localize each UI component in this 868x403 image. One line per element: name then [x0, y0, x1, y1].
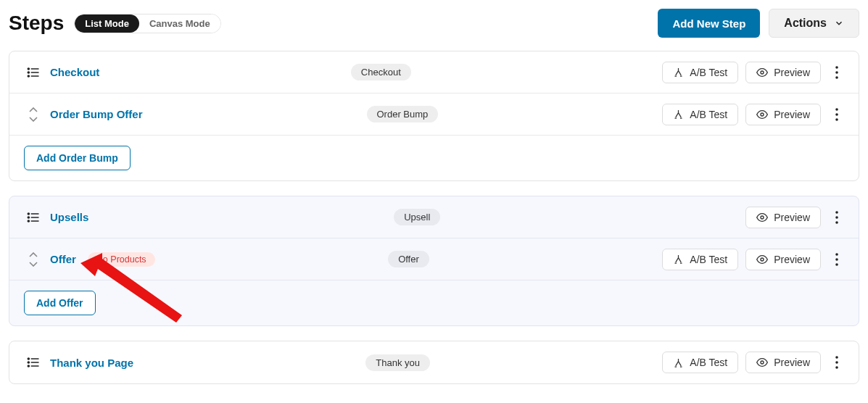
chevron-down-icon	[834, 18, 844, 28]
ab-test-button[interactable]: A/B Test	[662, 249, 738, 270]
preview-button[interactable]: Preview	[745, 249, 821, 270]
svg-point-27	[835, 263, 838, 266]
step-row: Order Bump Offer Order Bump A/B Test Pre…	[9, 94, 859, 136]
svg-point-24	[761, 258, 764, 261]
step-tag: Checkout	[351, 64, 411, 80]
kebab-icon	[835, 66, 838, 79]
svg-point-9	[835, 76, 838, 79]
svg-point-36	[835, 356, 838, 359]
step-tag: Order Bump	[367, 106, 439, 122]
svg-point-6	[761, 71, 764, 74]
row-center: Order Bump	[143, 106, 663, 122]
row-center: Thank you	[133, 354, 662, 371]
step-group-thankyou: Thank you Page Thank you A/B Test Previe…	[9, 341, 859, 384]
row-actions: Preview	[745, 207, 846, 228]
svg-point-13	[835, 118, 838, 121]
ab-test-button[interactable]: A/B Test	[662, 62, 738, 83]
header-left: Steps List Mode Canvas Mode	[9, 12, 221, 35]
step-tag: Offer	[388, 251, 429, 267]
split-icon	[673, 357, 684, 368]
eye-icon	[756, 109, 768, 120]
eye-icon	[756, 357, 768, 368]
chevron-down-icon	[29, 116, 38, 122]
row-actions: A/B Test Preview	[662, 249, 846, 270]
more-menu-button[interactable]	[828, 64, 846, 81]
chevron-up-icon	[29, 107, 38, 113]
page-header: Steps List Mode Canvas Mode Add New Step…	[9, 9, 859, 38]
svg-point-38	[835, 366, 838, 369]
step-tag: Upsell	[394, 209, 440, 225]
svg-point-20	[761, 216, 764, 219]
list-icon	[22, 210, 44, 225]
kebab-icon	[835, 211, 838, 224]
add-order-bump-button[interactable]: Add Order Bump	[24, 146, 131, 170]
step-row: Upsells Upsell Preview	[9, 196, 859, 238]
svg-point-5	[28, 75, 29, 77]
svg-point-8	[835, 71, 838, 74]
svg-point-37	[835, 361, 838, 364]
list-icon	[22, 65, 44, 80]
page-title: Steps	[9, 12, 64, 35]
group-footer: Add Offer	[9, 281, 859, 325]
step-link-checkout[interactable]: Checkout	[50, 66, 99, 78]
svg-point-21	[835, 211, 838, 214]
split-icon	[673, 254, 684, 265]
mode-list-button[interactable]: List Mode	[75, 14, 139, 33]
svg-point-23	[835, 221, 838, 224]
preview-button[interactable]: Preview	[745, 207, 821, 228]
step-link-upsells[interactable]: Upsells	[50, 211, 88, 223]
header-right: Add New Step Actions	[658, 9, 859, 38]
step-link-thankyou[interactable]: Thank you Page	[50, 357, 133, 369]
preview-button[interactable]: Preview	[745, 62, 821, 83]
add-new-step-button[interactable]: Add New Step	[658, 9, 760, 38]
row-actions: A/B Test Preview	[662, 352, 846, 373]
eye-icon	[756, 67, 768, 78]
list-icon	[22, 355, 44, 370]
more-menu-button[interactable]	[828, 209, 846, 226]
mode-canvas-button[interactable]: Canvas Mode	[139, 14, 220, 33]
svg-point-3	[28, 68, 29, 70]
step-link-offer[interactable]: Offer	[50, 253, 76, 265]
actions-button[interactable]: Actions	[769, 9, 859, 38]
svg-point-12	[835, 113, 838, 116]
svg-point-19	[28, 220, 29, 222]
svg-point-34	[28, 365, 29, 367]
step-group-upsells: Upsells Upsell Preview Offer No Products…	[9, 196, 859, 326]
svg-point-26	[835, 258, 838, 261]
ab-test-button[interactable]: A/B Test	[662, 352, 738, 373]
kebab-icon	[835, 253, 838, 266]
split-icon	[673, 109, 684, 120]
more-menu-button[interactable]	[828, 106, 846, 123]
sort-handle[interactable]	[22, 252, 44, 267]
eye-icon	[756, 212, 768, 223]
svg-point-10	[761, 113, 764, 116]
mode-toggle: List Mode Canvas Mode	[74, 14, 220, 33]
preview-button[interactable]: Preview	[745, 104, 821, 125]
chevron-up-icon	[29, 252, 38, 258]
svg-point-25	[835, 253, 838, 256]
eye-icon	[756, 254, 768, 265]
sort-handle[interactable]	[22, 107, 44, 122]
row-actions: A/B Test Preview	[662, 62, 846, 83]
step-row: Thank you Page Thank you A/B Test Previe…	[9, 341, 859, 383]
kebab-icon	[835, 108, 838, 121]
row-center: Checkout	[99, 64, 662, 80]
more-menu-button[interactable]	[828, 354, 846, 371]
svg-point-17	[28, 213, 29, 215]
add-offer-button[interactable]: Add Offer	[24, 291, 96, 315]
group-footer: Add Order Bump	[9, 136, 859, 180]
row-actions: A/B Test Preview	[662, 104, 846, 125]
preview-button[interactable]: Preview	[745, 352, 821, 373]
svg-point-11	[835, 108, 838, 111]
svg-point-32	[28, 358, 29, 360]
split-icon	[673, 67, 684, 78]
chevron-down-icon	[29, 261, 38, 267]
more-menu-button[interactable]	[828, 251, 846, 268]
step-row: Offer No Products Offer A/B Test Preview	[9, 238, 859, 281]
svg-point-18	[28, 217, 29, 218]
row-center: Offer	[155, 251, 663, 267]
svg-point-7	[835, 66, 838, 69]
svg-point-4	[28, 72, 29, 73]
step-link-order-bump[interactable]: Order Bump Offer	[50, 108, 143, 120]
ab-test-button[interactable]: A/B Test	[662, 104, 738, 125]
